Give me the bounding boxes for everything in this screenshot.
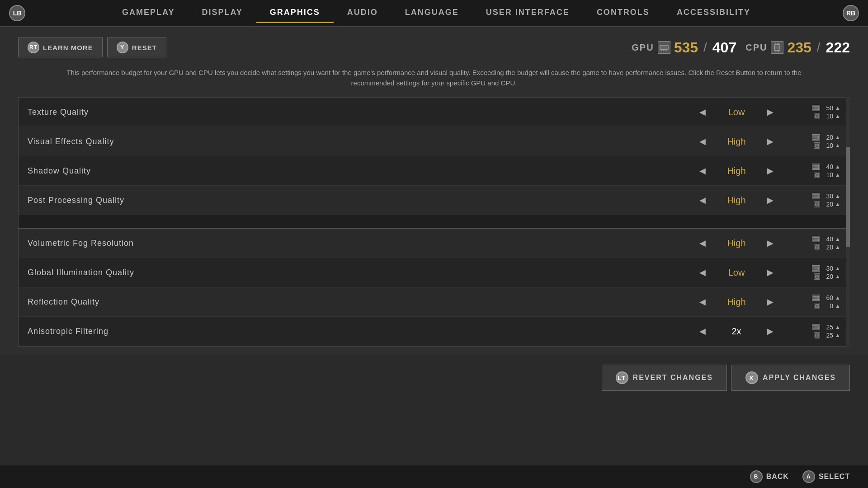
left-arrow-button[interactable]: ◀: [696, 236, 709, 250]
tab-display[interactable]: DISPLAY: [188, 3, 256, 23]
gpu-meter: GPU 535 / 407: [632, 39, 736, 56]
cpu-cost-icon: [814, 244, 820, 250]
left-arrow-button[interactable]: ◀: [696, 193, 709, 207]
cost-indicators: 30 ▲ 20 ▲: [804, 192, 840, 208]
apply-changes-button[interactable]: X APPLY CHANGES: [731, 365, 850, 391]
cpu-cost-value: 10: [822, 113, 833, 120]
reset-button[interactable]: Y RESET: [107, 38, 166, 57]
table-row: Post Processing Quality◀High▶ 30 ▲ 20 ▲: [19, 186, 849, 215]
svg-rect-35: [814, 268, 818, 270]
svg-rect-7: [775, 46, 779, 49]
cpu-budget-value: 222: [826, 39, 850, 56]
b-badge: B: [750, 470, 763, 483]
left-arrow-button[interactable]: ◀: [696, 135, 709, 148]
settings-list: Texture Quality◀Low▶ 50 ▲ 10 ▲ Visual Ef…: [18, 97, 850, 347]
tab-audio[interactable]: AUDIO: [334, 3, 392, 23]
gpu-cost-value: 50: [822, 104, 833, 112]
cpu-cost-icon: [814, 201, 820, 207]
right-arrow-button[interactable]: ▶: [764, 295, 777, 309]
right-arrow-button[interactable]: ▶: [764, 105, 777, 119]
main-content: RT LEARN MORE Y RESET GPU: [0, 27, 868, 356]
settings-separator: [19, 215, 849, 229]
tab-accessibility[interactable]: ACCESSIBILITY: [663, 3, 764, 23]
revert-changes-button[interactable]: LT REVERT CHANGES: [602, 365, 727, 391]
learn-more-button[interactable]: RT LEARN MORE: [18, 38, 103, 57]
cpu-label: CPU: [745, 42, 767, 53]
left-arrow-button[interactable]: ◀: [696, 164, 709, 178]
cost-indicators: 40 ▲ 10 ▲: [804, 163, 840, 178]
right-arrow-button[interactable]: ▶: [764, 193, 777, 207]
cpu-icon: [771, 41, 783, 54]
gpu-cost-row: 30 ▲: [812, 192, 840, 200]
cost-indicators: 20 ▲ 10 ▲: [804, 134, 840, 149]
tab-language[interactable]: LANGUAGE: [392, 3, 472, 23]
cpu-cost-icon: [814, 172, 820, 178]
setting-value: Low: [718, 107, 755, 117]
gpu-cost-row: 50 ▲: [812, 104, 840, 112]
left-arrow-button[interactable]: ◀: [696, 105, 709, 119]
svg-rect-45: [816, 334, 818, 336]
gpu-cost-icon: [812, 193, 820, 199]
up-arrow-icon: ▲: [835, 172, 840, 178]
table-row: Global Illumination Quality◀Low▶ 30 ▲ 20…: [19, 258, 849, 287]
right-arrow-button[interactable]: ▶: [764, 324, 777, 338]
tab-user-interface[interactable]: USER INTERFACE: [472, 3, 583, 23]
setting-value: High: [718, 166, 755, 176]
select-footer-item: A SELECT: [802, 470, 850, 483]
right-arrow-button[interactable]: ▶: [764, 236, 777, 250]
up-arrow-icon: ▲: [835, 236, 840, 242]
gpu-cost-row: 60 ▲: [812, 294, 840, 301]
select-label: SELECT: [819, 473, 850, 481]
gpu-cost-value: 40: [822, 163, 833, 170]
svg-rect-41: [816, 305, 818, 307]
cpu-cost-value: 10: [822, 142, 833, 149]
performance-meters: GPU 535 / 407 CPU: [632, 39, 850, 56]
tab-gameplay[interactable]: GAMEPLAY: [108, 3, 188, 23]
table-row: Visual Effects Quality◀High▶ 20 ▲ 10 ▲: [19, 127, 849, 156]
y-badge: Y: [117, 42, 128, 53]
left-arrow-button[interactable]: ◀: [696, 295, 709, 309]
scrollbar[interactable]: [846, 97, 850, 347]
table-row: Anisotropic Filtering◀2x▶ 25 ▲ 25 ▲: [19, 317, 849, 346]
right-arrow-button[interactable]: ▶: [764, 266, 777, 279]
table-row: Reflection Quality◀High▶ 60 ▲ 0 ▲: [19, 287, 849, 317]
right-arrow-button[interactable]: ▶: [764, 164, 777, 178]
cpu-current-value: 235: [787, 39, 811, 56]
gpu-cost-icon: [812, 164, 820, 170]
setting-name-label: Texture Quality: [28, 108, 669, 117]
top-bar: RT LEARN MORE Y RESET GPU: [18, 36, 850, 59]
svg-rect-21: [816, 145, 818, 146]
setting-name-label: Reflection Quality: [28, 297, 669, 307]
up-arrow-icon: ▲: [835, 193, 840, 199]
table-row: Volumetric Fog Resolution◀High▶ 40 ▲ 20 …: [19, 229, 849, 258]
left-arrow-button[interactable]: ◀: [696, 324, 709, 338]
left-arrow-button[interactable]: ◀: [696, 266, 709, 279]
back-footer-item: B BACK: [750, 470, 789, 483]
svg-rect-31: [814, 239, 818, 240]
setting-control: ◀Low▶: [669, 266, 804, 279]
gpu-icon: [658, 41, 670, 54]
gpu-cost-icon: [812, 105, 820, 111]
setting-value: High: [718, 297, 755, 307]
rb-button[interactable]: RB: [843, 5, 859, 21]
up-arrow-icon: ▲: [835, 113, 840, 119]
cost-indicators: 25 ▲ 25 ▲: [804, 324, 840, 339]
setting-value: High: [718, 195, 755, 206]
cpu-cost-value: 25: [822, 332, 833, 339]
cpu-cost-icon: [814, 142, 820, 149]
gpu-cost-icon: [812, 324, 820, 330]
gpu-cost-icon: [812, 134, 820, 141]
tab-controls[interactable]: CONTROLS: [583, 3, 663, 23]
svg-rect-39: [814, 297, 818, 299]
tab-graphics[interactable]: GRAPHICS: [256, 3, 334, 23]
scrollbar-thumb[interactable]: [846, 147, 850, 247]
lb-button[interactable]: LB: [9, 5, 25, 21]
cpu-cost-row: 20 ▲: [814, 244, 840, 251]
right-arrow-button[interactable]: ▶: [764, 135, 777, 148]
setting-name-label: Volumetric Fog Resolution: [28, 239, 669, 248]
rt-badge: RT: [28, 42, 39, 53]
gpu-cost-icon: [812, 265, 820, 272]
gpu-cost-icon: [812, 236, 820, 242]
apply-changes-label: APPLY CHANGES: [763, 374, 836, 382]
cpu-cost-row: 10 ▲: [814, 142, 840, 149]
